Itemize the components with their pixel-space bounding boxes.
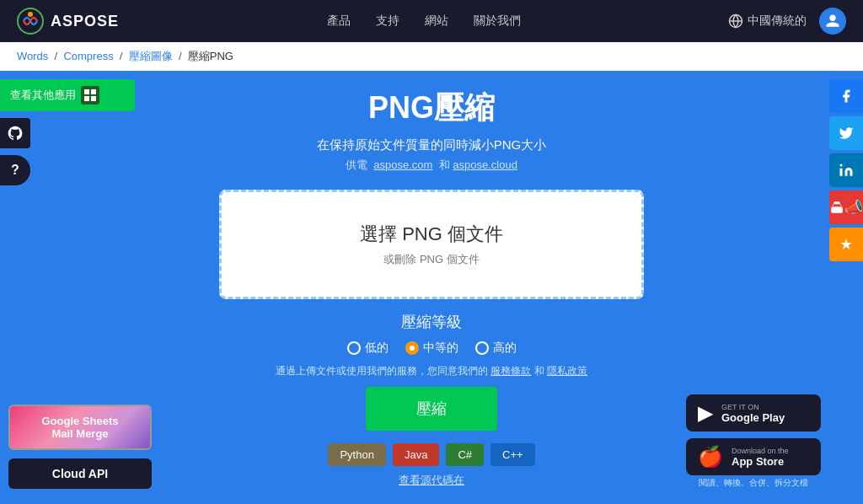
main-nav: 產品 支持 網站 關於我們	[327, 13, 521, 29]
tos-prefix: 通過上傳文件或使用我們的服務，您同意我們的	[276, 365, 488, 377]
megaphone-icon	[829, 200, 844, 215]
logo[interactable]: ASPOSE	[17, 8, 119, 35]
get-it-on-label: GET IT ON	[721, 403, 785, 411]
upload-title: 選擇 PNG 個文件	[239, 222, 624, 247]
bottom-right: ▶ GET IT ON Google Play 🍎 Download on th…	[686, 394, 821, 489]
aspose-cloud-link[interactable]: aspose.cloud	[453, 158, 517, 171]
help-icon: ?	[11, 163, 19, 178]
left-sidebar: 查看其他應用 ?	[0, 79, 135, 185]
compression-title: 壓縮等級	[169, 312, 694, 332]
cloud-api-button[interactable]: Cloud API	[8, 458, 152, 489]
breadcrumb-compress[interactable]: Compress	[63, 50, 113, 62]
cpp-pill[interactable]: C++	[490, 443, 535, 466]
compression-options: 低的 中等的 高的	[169, 340, 694, 356]
svg-point-1	[28, 12, 33, 17]
google-sheets-button[interactable]: Google SheetsMail Merge	[8, 405, 152, 450]
compression-low[interactable]: 低的	[347, 340, 389, 356]
facebook-button[interactable]	[829, 79, 863, 113]
app-store-sublabel: 閱讀、轉換、合併、拆分文檔	[699, 477, 808, 489]
bottom-left: Google SheetsMail Merge Cloud API	[8, 405, 152, 489]
google-sheets-label: Google SheetsMail Merge	[41, 415, 118, 440]
csharp-pill[interactable]: C#	[446, 443, 484, 466]
aspose-com-link[interactable]: aspose.com	[373, 158, 432, 171]
compression-high-label: 高的	[493, 340, 517, 356]
java-pill[interactable]: Java	[393, 443, 439, 466]
powered-by-text: 供電	[346, 158, 367, 171]
nav-support[interactable]: 支持	[376, 13, 399, 29]
compress-button[interactable]: 壓縮	[366, 387, 497, 431]
twitter-icon	[839, 126, 854, 141]
radio-low[interactable]	[347, 341, 361, 355]
help-button[interactable]: ?	[0, 155, 30, 185]
upload-subtitle: 或刪除 PNG 個文件	[239, 252, 624, 267]
radio-inner	[410, 346, 415, 351]
user-avatar[interactable]	[819, 8, 846, 35]
breadcrumb-current: 壓縮PNG	[188, 50, 233, 62]
svg-point-8	[840, 164, 843, 167]
compression-medium-label: 中等的	[423, 340, 458, 356]
linkedin-icon	[839, 163, 854, 178]
radio-high[interactable]	[475, 341, 489, 355]
google-play-button[interactable]: ▶ GET IT ON Google Play	[686, 394, 821, 432]
logo-text: ASPOSE	[51, 13, 119, 30]
grid-icon	[81, 86, 99, 105]
svg-rect-4	[84, 89, 89, 94]
app-store-text: Download on the App Store	[732, 447, 789, 468]
breadcrumb-compress-image[interactable]: 壓縮圖像	[129, 50, 173, 62]
other-apps-button[interactable]: 查看其他應用	[0, 79, 135, 111]
compression-low-label: 低的	[365, 340, 389, 356]
aspose-logo-icon	[17, 8, 44, 35]
upload-area[interactable]: 選擇 PNG 個文件 或刪除 PNG 個文件	[219, 190, 644, 299]
radio-medium[interactable]	[405, 341, 419, 355]
github-button[interactable]	[0, 118, 30, 148]
page-title: PNG壓縮	[169, 88, 694, 129]
header-right: 中國傳統的	[728, 8, 846, 35]
compression-section: 壓縮等級 低的 中等的 高的	[169, 312, 694, 356]
tos-link[interactable]: 服務條款	[490, 365, 531, 377]
main-content: 查看其他應用 ?	[0, 71, 863, 504]
apple-icon: 🍎	[698, 445, 723, 469]
language-selector[interactable]: 中國傳統的	[728, 13, 807, 29]
nav-about[interactable]: 關於我們	[474, 13, 521, 29]
svg-rect-6	[84, 96, 89, 101]
right-sidebar: 📣 ★	[829, 79, 863, 261]
megaphone-button[interactable]: 📣	[829, 190, 863, 224]
compression-medium[interactable]: 中等的	[405, 340, 458, 356]
page-subtitle: 在保持原始文件質量的同時減小PNG大小	[169, 137, 694, 153]
header: ASPOSE 產品 支持 網站 關於我們 中國傳統的	[0, 0, 863, 42]
privacy-link[interactable]: 隱私政策	[547, 365, 587, 377]
linkedin-button[interactable]	[829, 153, 863, 187]
svg-rect-5	[91, 89, 96, 94]
facebook-icon	[839, 88, 854, 104]
tos-text: 通過上傳文件或使用我們的服務，您同意我們的 服務條款 和 隱私政策	[169, 364, 694, 378]
user-icon	[825, 13, 840, 29]
language-label: 中國傳統的	[748, 13, 807, 29]
app-store-label: App Store	[732, 455, 789, 468]
download-on-label: Download on the	[732, 447, 789, 455]
other-apps-label: 查看其他應用	[10, 88, 76, 103]
github-icon	[7, 125, 24, 142]
compression-high[interactable]: 高的	[475, 340, 517, 356]
star-button[interactable]: ★	[829, 228, 863, 261]
google-play-label: Google Play	[721, 411, 785, 424]
svg-rect-7	[91, 96, 96, 101]
view-code-link[interactable]: 查看源代碼在	[169, 473, 694, 488]
tos-and: 和	[534, 365, 544, 377]
breadcrumb: Words / Compress / 壓縮圖像 / 壓縮PNG	[0, 42, 863, 71]
language-pills: Python Java C# C++	[169, 443, 694, 466]
nav-products[interactable]: 產品	[327, 13, 351, 29]
google-play-text: GET IT ON Google Play	[721, 403, 785, 424]
app-store-button[interactable]: 🍎 Download on the App Store	[686, 438, 821, 475]
powered-by: 供電 aspose.com 和 aspose.cloud	[169, 158, 694, 173]
nav-website[interactable]: 網站	[425, 13, 448, 29]
python-pill[interactable]: Python	[328, 443, 385, 466]
breadcrumb-words[interactable]: Words	[17, 50, 48, 62]
google-play-icon: ▶	[698, 401, 713, 425]
twitter-button[interactable]	[829, 116, 863, 150]
globe-icon	[728, 13, 743, 29]
